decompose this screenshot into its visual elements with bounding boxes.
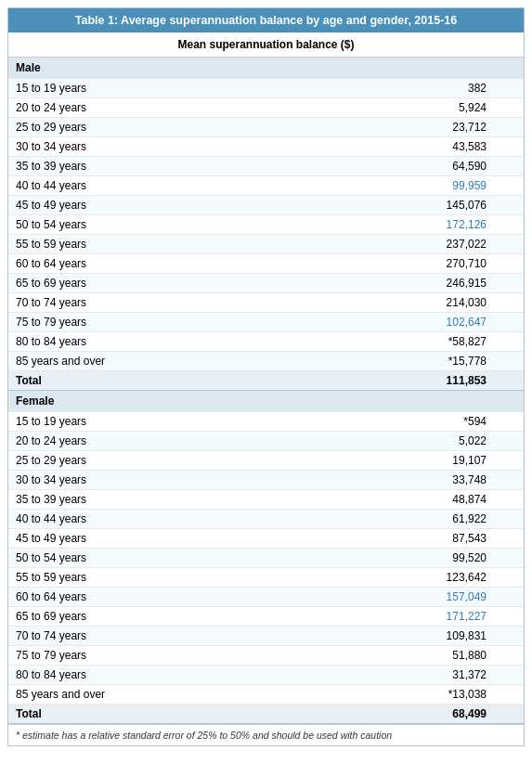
table-row: 70 to 74 years214,030 xyxy=(8,293,524,313)
age-cell: 40 to 44 years xyxy=(8,176,292,196)
age-cell: 25 to 29 years xyxy=(8,118,292,137)
value-cell: 31,372 xyxy=(292,666,524,685)
table-row: 70 to 74 years109,831 xyxy=(8,627,524,646)
value-cell: 237,022 xyxy=(292,235,524,254)
footnote: * estimate has a relative standard error… xyxy=(8,724,524,745)
value-cell: 23,712 xyxy=(292,118,524,137)
total-label: Total xyxy=(8,371,292,391)
value-cell: 145,076 xyxy=(292,196,524,215)
value-cell: 64,590 xyxy=(292,157,524,176)
value-cell: 99,520 xyxy=(292,549,524,568)
age-cell: 85 years and over xyxy=(8,685,292,705)
value-cell: 246,915 xyxy=(292,274,524,293)
age-cell: 80 to 84 years xyxy=(8,332,292,352)
table-row: 65 to 69 years246,915 xyxy=(8,274,524,293)
main-table-wrapper: Table 1: Average superannuation balance … xyxy=(7,7,525,746)
table-row: 40 to 44 years99,959 xyxy=(8,176,524,196)
value-cell: 214,030 xyxy=(292,293,524,313)
value-cell: 33,748 xyxy=(292,471,524,490)
value-cell: 172,126 xyxy=(292,215,524,235)
total-label: Total xyxy=(8,705,292,724)
value-cell: 5,924 xyxy=(292,98,524,118)
value-cell: *13,038 xyxy=(292,685,524,705)
age-cell: 70 to 74 years xyxy=(8,293,292,313)
age-cell: 40 to 44 years xyxy=(8,510,292,529)
value-cell: 109,831 xyxy=(292,627,524,646)
table-row: 25 to 29 years23,712 xyxy=(8,118,524,137)
value-cell: *58,827 xyxy=(292,332,524,352)
table-row: 50 to 54 years172,126 xyxy=(8,215,524,235)
table-row: 25 to 29 years19,107 xyxy=(8,451,524,471)
table-row: 35 to 39 years64,590 xyxy=(8,157,524,176)
value-cell: 48,874 xyxy=(292,490,524,510)
total-row: Total68,499 xyxy=(8,705,524,724)
table-row: 80 to 84 years31,372 xyxy=(8,666,524,685)
age-cell: 35 to 39 years xyxy=(8,490,292,510)
age-cell: 15 to 19 years xyxy=(8,412,292,432)
value-cell: 102,647 xyxy=(292,313,524,332)
total-value: 111,853 xyxy=(292,371,524,391)
total-row: Total111,853 xyxy=(8,371,524,391)
table-row: 15 to 19 years*594 xyxy=(8,412,524,432)
value-cell: 157,049 xyxy=(292,588,524,607)
value-cell: 51,880 xyxy=(292,646,524,666)
age-cell: 30 to 34 years xyxy=(8,471,292,490)
age-cell: 60 to 64 years xyxy=(8,588,292,607)
age-cell: 35 to 39 years xyxy=(8,157,292,176)
value-cell: 123,642 xyxy=(292,568,524,588)
total-value: 68,499 xyxy=(292,705,524,724)
value-cell: 99,959 xyxy=(292,176,524,196)
table-row: 15 to 19 years382 xyxy=(8,79,524,98)
age-cell: 55 to 59 years xyxy=(8,235,292,254)
age-cell: 30 to 34 years xyxy=(8,137,292,157)
age-cell: 55 to 59 years xyxy=(8,568,292,588)
data-table: Mean superannuation balance ($) Male15 t… xyxy=(8,32,524,724)
section-header: Male xyxy=(8,58,524,79)
value-cell: *15,778 xyxy=(292,352,524,371)
age-cell: 50 to 54 years xyxy=(8,215,292,235)
age-cell: 85 years and over xyxy=(8,352,292,371)
section-header: Female xyxy=(8,391,524,412)
table-row: 30 to 34 years43,583 xyxy=(8,137,524,157)
table-row: 85 years and over*15,778 xyxy=(8,352,524,371)
age-cell: 50 to 54 years xyxy=(8,549,292,568)
value-cell: 5,022 xyxy=(292,432,524,451)
value-cell: 382 xyxy=(292,79,524,98)
age-cell: 15 to 19 years xyxy=(8,79,292,98)
value-cell: 171,227 xyxy=(292,607,524,627)
table-row: 40 to 44 years61,922 xyxy=(8,510,524,529)
table-row: 75 to 79 years51,880 xyxy=(8,646,524,666)
value-cell: 61,922 xyxy=(292,510,524,529)
table-row: 55 to 59 years123,642 xyxy=(8,568,524,588)
value-cell: 19,107 xyxy=(292,451,524,471)
table-row: 50 to 54 years99,520 xyxy=(8,549,524,568)
table-row: 45 to 49 years87,543 xyxy=(8,529,524,549)
table-row: 85 years and over*13,038 xyxy=(8,685,524,705)
age-cell: 75 to 79 years xyxy=(8,646,292,666)
age-cell: 45 to 49 years xyxy=(8,196,292,215)
table-row: 55 to 59 years237,022 xyxy=(8,235,524,254)
age-cell: 80 to 84 years xyxy=(8,666,292,685)
age-cell: 20 to 24 years xyxy=(8,432,292,451)
table-row: 75 to 79 years102,647 xyxy=(8,313,524,332)
value-cell: 87,543 xyxy=(292,529,524,549)
age-cell: 75 to 79 years xyxy=(8,313,292,332)
value-cell: 270,710 xyxy=(292,254,524,274)
age-cell: 65 to 69 years xyxy=(8,274,292,293)
table-row: 20 to 24 years5,924 xyxy=(8,98,524,118)
table-row: 20 to 24 years5,022 xyxy=(8,432,524,451)
age-cell: 60 to 64 years xyxy=(8,254,292,274)
age-cell: 45 to 49 years xyxy=(8,529,292,549)
table-row: 45 to 49 years145,076 xyxy=(8,196,524,215)
column-header: Mean superannuation balance ($) xyxy=(8,32,524,58)
table-row: 80 to 84 years*58,827 xyxy=(8,332,524,352)
table-row: 60 to 64 years157,049 xyxy=(8,588,524,607)
value-cell: *594 xyxy=(292,412,524,432)
age-cell: 20 to 24 years xyxy=(8,98,292,118)
value-cell: 43,583 xyxy=(292,137,524,157)
table-row: 35 to 39 years48,874 xyxy=(8,490,524,510)
age-cell: 65 to 69 years xyxy=(8,607,292,627)
age-cell: 70 to 74 years xyxy=(8,627,292,646)
table-title: Table 1: Average superannuation balance … xyxy=(8,8,524,32)
table-row: 30 to 34 years33,748 xyxy=(8,471,524,490)
